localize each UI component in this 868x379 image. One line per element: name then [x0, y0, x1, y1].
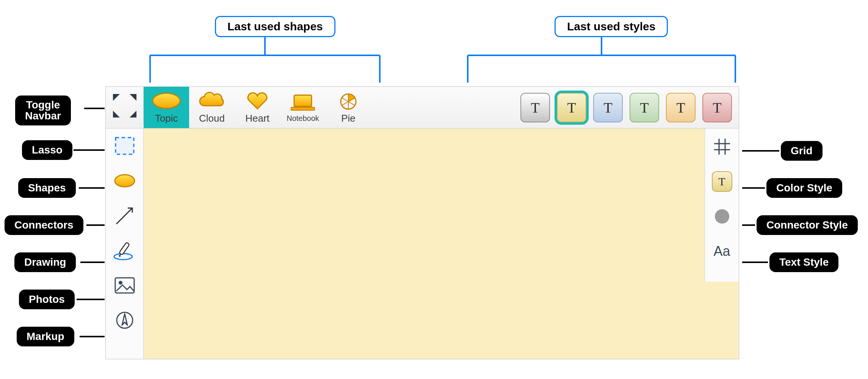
svg-line-15 — [116, 208, 132, 224]
pen-icon — [113, 240, 137, 261]
app-window: Topic Cloud Heart — [105, 86, 739, 359]
svg-marker-3 — [130, 111, 136, 117]
lead-line — [80, 336, 105, 337]
heart-icon — [246, 91, 269, 111]
svg-rect-5 — [294, 95, 312, 106]
svg-line-9 — [342, 98, 348, 102]
ellipse-icon — [113, 173, 136, 189]
bracket-styles — [467, 37, 736, 86]
shape-label: Notebook — [287, 114, 319, 123]
lead-line — [742, 187, 765, 189]
fullscreen-icon — [111, 92, 138, 119]
svg-point-16 — [114, 254, 132, 260]
drawing-tool[interactable] — [113, 240, 137, 261]
annotation-connector-style: Connector Style — [757, 215, 858, 235]
circle-icon — [713, 208, 731, 225]
annotation-text-style: Text Style — [769, 252, 838, 272]
color-style-swatch-icon: T — [712, 171, 732, 192]
shape-label: Heart — [245, 113, 269, 124]
lead-line — [742, 150, 779, 152]
shape-label: Pie — [341, 113, 356, 124]
shape-heart[interactable]: Heart — [235, 87, 280, 128]
shapes-tool[interactable] — [113, 170, 137, 191]
svg-line-10 — [342, 102, 348, 105]
lead-line — [742, 262, 768, 263]
annotation-photos: Photos — [19, 290, 75, 309]
style-swatch-green[interactable]: T — [630, 93, 659, 122]
lead-line — [742, 224, 755, 226]
right-toolbar: T Aa — [705, 128, 739, 282]
topbar: Topic Cloud Heart — [106, 87, 739, 128]
shape-label: Topic — [155, 113, 178, 124]
lasso-tool[interactable] — [113, 135, 137, 157]
shape-pie[interactable]: Pie — [326, 87, 371, 128]
shape-label: Cloud — [199, 113, 225, 124]
style-swatch-red[interactable]: T — [702, 93, 732, 122]
annotation-shapes: Shapes — [18, 178, 76, 198]
svg-marker-0 — [113, 94, 120, 101]
svg-marker-1 — [130, 94, 136, 101]
lead-line — [79, 187, 105, 189]
annotation-connectors: Connectors — [5, 215, 83, 235]
svg-point-4 — [153, 93, 180, 108]
annotation-text: Toggle Navbar — [25, 99, 61, 122]
annotation-drawing: Drawing — [14, 252, 76, 272]
svg-rect-19 — [115, 278, 134, 293]
connectors-tool[interactable] — [113, 205, 137, 226]
photo-icon — [114, 277, 135, 294]
photos-tool[interactable] — [113, 275, 137, 296]
annotation-grid: Grid — [781, 141, 823, 161]
ellipse-icon — [151, 91, 182, 111]
cloud-icon — [197, 91, 227, 111]
markup-tool[interactable] — [113, 310, 137, 331]
color-style-tool[interactable]: T — [710, 171, 734, 192]
markup-icon — [115, 311, 134, 330]
svg-rect-13 — [116, 138, 134, 154]
style-swatch-blue[interactable]: T — [593, 93, 623, 122]
lead-line — [77, 299, 105, 300]
svg-marker-2 — [113, 111, 120, 117]
svg-point-14 — [115, 175, 135, 187]
style-swatch-orange[interactable]: T — [666, 93, 696, 122]
bracket-shapes — [149, 37, 381, 86]
annotation-color-style: Color Style — [766, 178, 842, 198]
lead-line — [86, 224, 105, 226]
toggle-navbar-button[interactable] — [106, 87, 144, 125]
lead-line — [80, 262, 105, 263]
svg-point-26 — [715, 209, 729, 224]
left-toolbar — [106, 128, 144, 359]
lead-line — [74, 149, 105, 151]
styles-strip: T T T T T T — [520, 87, 739, 128]
grid-icon — [713, 138, 731, 155]
svg-rect-6 — [291, 107, 315, 110]
canvas[interactable] — [144, 128, 739, 359]
shape-notebook[interactable]: Notebook — [280, 87, 326, 128]
lasso-icon — [114, 136, 135, 156]
style-swatch-grey[interactable]: T — [520, 93, 550, 122]
annotation-lasso: Lasso — [22, 140, 72, 160]
text-style-tool[interactable]: Aa — [710, 241, 734, 262]
notebook-icon — [290, 92, 316, 113]
shape-cloud[interactable]: Cloud — [189, 87, 235, 128]
annotation-markup: Markup — [17, 327, 74, 346]
annotation-toggle-navbar: Toggle Navbar — [15, 96, 71, 125]
callout-last-used-shapes: Last used shapes — [215, 16, 335, 37]
shape-topic[interactable]: Topic — [144, 87, 189, 128]
text-style-icon: Aa — [713, 243, 730, 259]
svg-line-12 — [348, 102, 355, 105]
grid-tool[interactable] — [710, 136, 734, 157]
lead-line — [84, 108, 105, 109]
callout-last-used-styles: Last used styles — [555, 16, 668, 37]
svg-point-20 — [119, 281, 122, 285]
connector-style-tool[interactable] — [710, 206, 734, 227]
style-swatch-yellow[interactable]: T — [557, 93, 586, 122]
pie-icon — [338, 91, 359, 111]
arrow-icon — [114, 205, 135, 226]
